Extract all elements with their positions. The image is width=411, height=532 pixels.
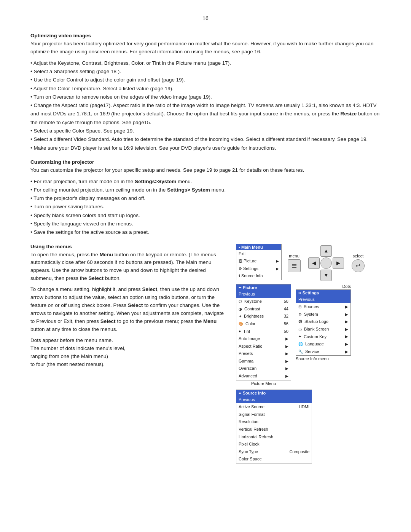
picture-menu-keystone: ⬡Keystone58 — [236, 298, 291, 305]
settings-menu-system: ⚙System▶ — [296, 311, 350, 318]
picture-menu-color: 🎨Color56 — [236, 320, 291, 328]
settings-menu-startuplogo: 🖼Startup Logo▶ — [296, 318, 350, 326]
bullet-item: • Make sure your DVD player is set for a… — [30, 144, 381, 152]
bullet-item: • Change the Aspect ratio (page17). Aspe… — [30, 101, 381, 127]
bullet-item: • Select a specific Color Space. See pag… — [30, 127, 381, 135]
picture-menu-aspectratio: Aspect Ratio▶ — [236, 343, 291, 350]
source-info-synctype: Sync TypeComposite — [236, 448, 312, 456]
source-info-resolution: Resolution — [236, 418, 312, 426]
bullet-item: • Turn on Overscan to remove noise on th… — [30, 93, 381, 101]
customizing-bullets: • For rear projection, turn rear mode on… — [30, 177, 381, 237]
settings-menu-language: 🌐Language▶ — [296, 340, 350, 348]
using-menus-para1: To open the menus, press the Menu button… — [30, 251, 228, 283]
using-menus-title: Using the menus — [30, 244, 228, 249]
bullet-item: • Use the Color Control to adjust the co… — [30, 76, 381, 84]
picture-menu-brightness: ✦Brightness32 — [236, 313, 291, 320]
optimizing-title: Optimizing video images — [30, 33, 381, 38]
page-number: 16 — [30, 15, 381, 21]
settings-menu-previous: Previous — [296, 296, 350, 304]
select-label-text: select — [353, 254, 364, 258]
bullet-item: • Select a different Video Standard. Aut… — [30, 135, 381, 144]
bullet-item: • Save the settings for the active sourc… — [30, 228, 381, 236]
bullet-item: • For rear projection, turn rear mode on… — [30, 177, 381, 186]
bullet-item: • Turn the projector's display messages … — [30, 194, 381, 203]
settings-menu-header: •• Settings — [296, 290, 350, 296]
main-menu-header: • Main Menu — [236, 244, 281, 250]
menu-label-text: menu — [289, 254, 299, 258]
main-menu-sourceinfo: ℹ Source Info — [236, 272, 281, 280]
menus-visuals: • Main Menu Exit 🖼 Picture ▶ ⚙ Settings … — [236, 244, 381, 463]
settings-menu-sources: ⊞Sources▶ — [296, 303, 350, 311]
picture-menu-autoimage: Auto Image▶ — [236, 335, 291, 343]
settings-menu-blankscreen: ▭Blank Screen▶ — [296, 326, 350, 333]
main-menu-settings: ⚙ Settings ▶ — [236, 265, 281, 273]
main-menu-picture: 🖼 Picture ▶ — [236, 257, 281, 265]
svg-rect-0 — [292, 264, 296, 265]
settings-menu-customkey: ✦Custom Key▶ — [296, 333, 350, 341]
picture-menu-box: •• Picture Previous ⬡Keystone58 ◑Contras… — [236, 284, 291, 380]
bullet-item: • Specify the language viewed on the men… — [30, 220, 381, 228]
source-info-signalformat: Signal Format — [236, 411, 312, 419]
svg-rect-1 — [292, 265, 296, 266]
source-info-menu-header: •• Source Info — [236, 390, 312, 396]
using-menus-para2: To change a menu setting, highlight it, … — [30, 286, 228, 334]
source-info-menu-box: •• Source Info Previous Active SourceHDM… — [236, 390, 312, 463]
picture-menu-advanced: Advanced▶ — [236, 372, 291, 380]
picture-menu-gamma: Gamma▶ — [236, 358, 291, 365]
optimizing-section: Optimizing video images Your projector h… — [30, 33, 381, 152]
source-info-pixelclock: Pixel Clock — [236, 441, 312, 448]
optimizing-bullets: • Adjust the Keystone, Contrast, Brightn… — [30, 59, 381, 152]
source-info-verticalrefresh: Vertical Refresh — [236, 426, 312, 433]
customizing-section: Customizing the projector You can custom… — [30, 159, 381, 237]
source-info-activesource: Active SourceHDMI — [236, 403, 312, 411]
bullet-item: • Specify blank screen colors and start … — [30, 211, 381, 220]
select-button[interactable]: ↵ — [352, 259, 365, 272]
nav-left[interactable]: ◀ — [308, 257, 320, 269]
settings-menu-caption: Source Info menu — [296, 356, 329, 361]
menus-text: Using the menus To open the menus, press… — [30, 244, 228, 463]
optimizing-intro: Your projector has been factory optimize… — [30, 40, 381, 56]
picture-menu-contrast: ◑Contrast44 — [236, 305, 291, 313]
picture-menu-previous: Previous — [236, 291, 291, 298]
bullet-item: • Adjust the Color Temperature. Select a… — [30, 85, 381, 93]
menu-button[interactable] — [288, 259, 301, 272]
customizing-intro: You can customize the projector for your… — [30, 166, 381, 174]
bullet-item: • Adjust the Keystone, Contrast, Brightn… — [30, 59, 381, 67]
using-menus-section: Using the menus To open the menus, press… — [30, 244, 381, 463]
settings-menu-box: •• Settings Previous ⊞Sources▶ ⚙System▶ … — [296, 289, 351, 356]
bullet-item: • For ceiling mounted projection, turn c… — [30, 186, 381, 194]
main-menu-exit: Exit — [236, 250, 281, 258]
nav-down[interactable]: ▼ — [320, 270, 332, 281]
nav-up[interactable]: ▲ — [320, 245, 332, 257]
nav-center — [320, 257, 332, 269]
dots-label: Dots — [342, 284, 351, 289]
bullet-item: • Select a Sharpness setting (page 18 ). — [30, 67, 381, 76]
control-buttons: menu ▲ ◀ ▶ — [288, 245, 365, 281]
picture-menu-overscan: Overscan▶ — [236, 365, 291, 372]
picture-menu-header: •• Picture — [236, 284, 291, 291]
bullet-item: • Turn on power saving features. — [30, 203, 381, 211]
picture-menu-caption: Picture Menu — [251, 381, 276, 386]
picture-menu-presets: Presets▶ — [236, 350, 291, 358]
picture-menu-tint: ●Tint50 — [236, 328, 291, 335]
source-info-horizontalrefresh: Horizontal Refresh — [236, 433, 312, 441]
svg-rect-2 — [292, 267, 296, 268]
source-info-colorspace: Color Space — [236, 455, 312, 463]
nav-cross: ▲ ◀ ▶ ▼ — [308, 245, 344, 281]
customizing-title: Customizing the projector — [30, 159, 381, 165]
main-menu-box: • Main Menu Exit 🖼 Picture ▶ ⚙ Settings … — [236, 244, 282, 280]
settings-menu-service: 🔧Service▶ — [296, 348, 350, 356]
nav-right[interactable]: ▶ — [333, 257, 344, 269]
source-info-previous: Previous — [236, 396, 312, 404]
using-menus-dots-text: Dots appear before the menu name. The nu… — [30, 337, 228, 369]
